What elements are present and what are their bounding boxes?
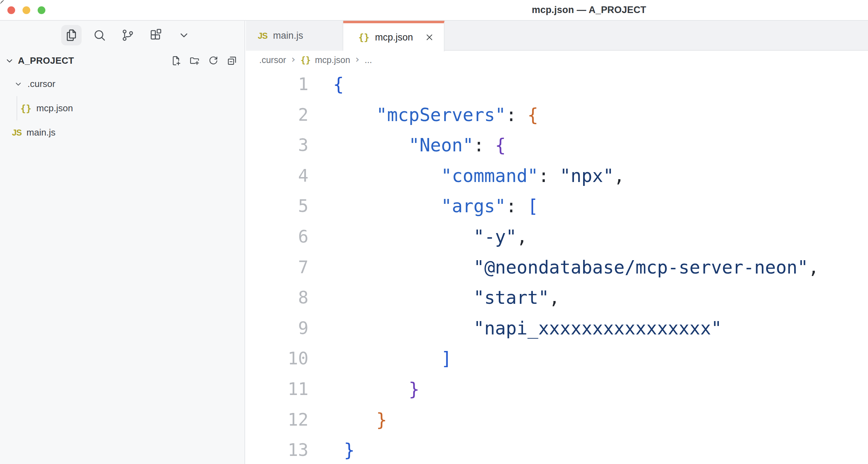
code-line-content: "args": [ [333, 191, 538, 222]
chevron-down-icon [5, 56, 14, 65]
explorer-actions [170, 50, 238, 72]
code-line[interactable]: 8 "start", [246, 283, 868, 313]
code-line-content: "@neondatabase/mcp-server-neon", [333, 252, 819, 283]
zoom-window-button[interactable] [38, 6, 45, 14]
line-number: 12 [246, 405, 308, 435]
line-number: 5 [246, 191, 308, 222]
sidebar: A_PROJECT .cursor{}mcp.jsonJSmain.js [0, 21, 245, 464]
line-number: 13 [246, 435, 308, 464]
tree-item-label: mcp.json [36, 103, 73, 114]
tree-item-label: main.js [26, 127, 55, 138]
breadcrumb-item[interactable]: {}mcp.json [301, 55, 350, 65]
json-file-icon: {} [358, 32, 369, 43]
code-line-content: ] [333, 344, 452, 374]
breadcrumb-item[interactable]: ... [365, 55, 372, 65]
code-line[interactable]: 4 "command": "npx", [246, 161, 868, 192]
code-editor[interactable]: 1{2 "mcpServers": {3 "Neon": {4 "command… [246, 69, 868, 464]
line-number: 1 [246, 69, 308, 100]
collapse-all-icon[interactable] [225, 55, 238, 67]
line-number: 2 [246, 100, 308, 131]
titlebar: mcp.json — A_PROJECT [0, 0, 868, 21]
explorer-header[interactable]: A_PROJECT [0, 50, 244, 72]
code-line-content: "start", [333, 283, 560, 313]
tree-item-cursor[interactable]: .cursor [0, 72, 244, 96]
editor-area: JSmain.js{}mcp.json .cursor›{}mcp.json›.… [246, 21, 868, 464]
tree-item-mcp-json[interactable]: {}mcp.json [0, 96, 244, 120]
line-number: 10 [246, 344, 308, 374]
line-number: 7 [246, 252, 308, 283]
code-line[interactable]: 2 "mcpServers": { [246, 100, 868, 131]
line-number: 8 [246, 283, 308, 313]
close-window-button[interactable] [7, 6, 15, 14]
indent-guide [17, 96, 17, 120]
file-tree: .cursor{}mcp.jsonJSmain.js [0, 72, 244, 145]
code-line-content: { [333, 69, 344, 100]
breadcrumb-separator-icon: › [291, 55, 295, 64]
breadcrumb-item[interactable]: .cursor [259, 55, 286, 65]
explorer-files-icon[interactable] [61, 25, 82, 45]
json-file-icon: {} [20, 103, 31, 114]
search-icon[interactable] [89, 25, 110, 45]
code-line[interactable]: 7 "@neondatabase/mcp-server-neon", [246, 252, 868, 283]
sidebar-toolbar [0, 21, 244, 50]
app-window: mcp.json — A_PROJECT A_PROJECT .cursor{}… [0, 0, 868, 464]
line-number: 4 [246, 161, 308, 192]
line-number: 6 [246, 222, 308, 252]
refresh-icon[interactable] [207, 55, 219, 67]
code-line[interactable]: 13 } [246, 435, 868, 464]
code-line-content: "-y", [333, 222, 528, 252]
breadcrumb-label: ... [365, 55, 372, 65]
tab-mcp-json[interactable]: {}mcp.json [343, 21, 445, 51]
code-line-content: "command": "npx", [333, 161, 625, 192]
code-line[interactable]: 10 ] [246, 344, 868, 374]
new-folder-icon[interactable] [188, 55, 201, 67]
code-line[interactable]: 12 } [246, 405, 868, 435]
window-corner [0, 0, 8, 8]
code-line[interactable]: 11 } [246, 374, 868, 405]
source-control-icon[interactable] [117, 25, 138, 45]
line-number: 9 [246, 313, 308, 344]
tree-item-label: .cursor [27, 79, 55, 89]
code-line-content: "mcpServers": { [333, 100, 538, 131]
new-file-icon[interactable] [170, 55, 182, 67]
line-number: 11 [246, 374, 308, 405]
breadcrumb-label: .cursor [259, 55, 286, 65]
traffic-lights [7, 6, 45, 14]
code-line[interactable]: 6 "-y", [246, 222, 868, 252]
code-line-content: } [333, 374, 420, 405]
json-file-icon: {} [301, 55, 311, 65]
minimize-window-button[interactable] [23, 6, 30, 14]
chevron-down-icon [14, 80, 23, 88]
breadcrumb-label: mcp.json [315, 55, 350, 65]
tab-label: mcp.json [375, 32, 413, 43]
code-line[interactable]: 9 "napi_xxxxxxxxxxxxxxxx" [246, 313, 868, 344]
explorer-root-label: A_PROJECT [18, 55, 74, 66]
code-line-content: } [333, 405, 387, 435]
code-line-content: "Neon": { [333, 130, 506, 161]
breadcrumb-separator-icon: › [356, 55, 359, 64]
window-title: mcp.json — A_PROJECT [532, 0, 646, 20]
tab-label: main.js [273, 30, 303, 41]
close-tab-icon[interactable] [423, 31, 435, 43]
tab-main-js[interactable]: JSmain.js [246, 21, 343, 51]
code-line[interactable]: 3 "Neon": { [246, 130, 868, 161]
line-number: 3 [246, 130, 308, 161]
code-line[interactable]: 1{ [246, 69, 868, 100]
code-line[interactable]: 5 "args": [ [246, 191, 868, 222]
extensions-icon[interactable] [146, 25, 166, 45]
breadcrumb: .cursor›{}mcp.json›... [246, 51, 868, 69]
code-line-content: "napi_xxxxxxxxxxxxxxxx" [333, 313, 722, 344]
more-views-chevron-icon[interactable] [174, 25, 194, 45]
js-file-icon: JS [258, 31, 267, 41]
code-line-content: } [333, 435, 355, 464]
js-file-icon: JS [12, 128, 21, 138]
tree-item-main-js[interactable]: JSmain.js [0, 120, 244, 145]
tab-strip: JSmain.js{}mcp.json [246, 21, 868, 51]
